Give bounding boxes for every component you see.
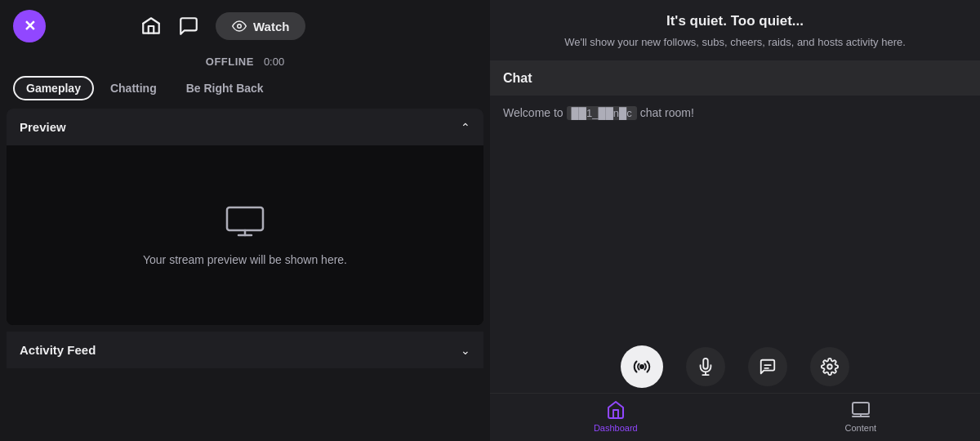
tab-gameplay[interactable]: Gameplay xyxy=(13,76,94,100)
quiet-title: It's quiet. Too quiet... xyxy=(506,13,964,29)
svg-point-9 xyxy=(827,364,832,369)
stream-timer: 0:00 xyxy=(264,56,284,68)
broadcast-icon xyxy=(632,357,652,376)
chat-control-icon xyxy=(759,358,777,376)
offline-status: OFFLINE xyxy=(206,56,254,68)
chat-welcome-suffix: chat room! xyxy=(637,106,694,119)
chat-body: Welcome to ██1_██n█c chat room! xyxy=(490,96,980,336)
nav-dashboard[interactable]: Dashboard xyxy=(594,400,638,433)
chat-bubble-icon xyxy=(178,16,199,37)
mic-icon xyxy=(697,358,715,376)
top-bar-icons: Watch xyxy=(140,12,305,40)
activity-feed-chevron-icon: ⌄ xyxy=(461,344,470,357)
status-bar: OFFLINE 0:00 xyxy=(0,52,490,76)
activity-feed-header[interactable]: Activity Feed ⌄ xyxy=(7,332,483,368)
tab-chatting[interactable]: Chatting xyxy=(97,76,170,100)
quiet-area: It's quiet. Too quiet... We'll show your… xyxy=(490,0,980,61)
bottom-controls: Dashboard Content xyxy=(490,336,980,441)
mic-button[interactable] xyxy=(686,347,725,386)
chat-section: Chat Welcome to ██1_██n█c chat room! xyxy=(490,61,980,336)
left-panel: ✕ xyxy=(0,0,490,441)
inbox-icon xyxy=(140,16,162,37)
right-panel: It's quiet. Too quiet... We'll show your… xyxy=(490,0,980,441)
close-button[interactable]: ✕ xyxy=(13,10,46,42)
settings-button[interactable] xyxy=(810,347,849,386)
chat-header: Chat xyxy=(490,61,980,96)
svg-point-0 xyxy=(238,24,242,29)
scene-tabs: Gameplay Chatting Be Right Back xyxy=(0,76,490,109)
preview-title: Preview xyxy=(20,120,66,134)
quiet-description: We'll show your new follows, subs, cheer… xyxy=(506,34,964,51)
preview-section: Preview ⌃ Your stream preview will be sh… xyxy=(7,109,483,325)
stream-preview-icon xyxy=(225,204,265,240)
nav-content[interactable]: Content xyxy=(845,400,877,433)
chat-username: ██1_██n█c xyxy=(567,106,637,120)
settings-icon xyxy=(821,358,839,376)
tab-berightback[interactable]: Be Right Back xyxy=(173,76,277,100)
content-icon xyxy=(851,400,871,420)
chat-welcome-prefix: Welcome to xyxy=(503,106,567,119)
dashboard-icon xyxy=(606,400,626,420)
preview-area: Your stream preview will be shown here. xyxy=(7,145,483,325)
inbox-icon-button[interactable] xyxy=(140,16,162,37)
activity-feed-title: Activity Feed xyxy=(20,343,96,357)
svg-rect-10 xyxy=(853,403,869,414)
eye-icon xyxy=(232,19,247,33)
icon-controls-row xyxy=(490,336,980,393)
watch-button[interactable]: Watch xyxy=(216,12,305,40)
top-bar: ✕ xyxy=(0,0,490,52)
preview-placeholder-text: Your stream preview will be shown here. xyxy=(143,253,347,266)
svg-point-4 xyxy=(639,364,644,369)
chat-icon-button[interactable] xyxy=(178,16,199,37)
svg-rect-1 xyxy=(227,207,263,230)
chat-control-button[interactable] xyxy=(748,347,787,386)
chat-header-text: Chat xyxy=(503,71,532,85)
preview-header[interactable]: Preview ⌃ xyxy=(7,109,483,145)
activity-feed-section: Activity Feed ⌄ xyxy=(7,332,483,368)
go-live-button[interactable] xyxy=(621,345,663,388)
preview-chevron-icon: ⌃ xyxy=(461,121,470,134)
nav-bar: Dashboard Content xyxy=(490,393,980,441)
